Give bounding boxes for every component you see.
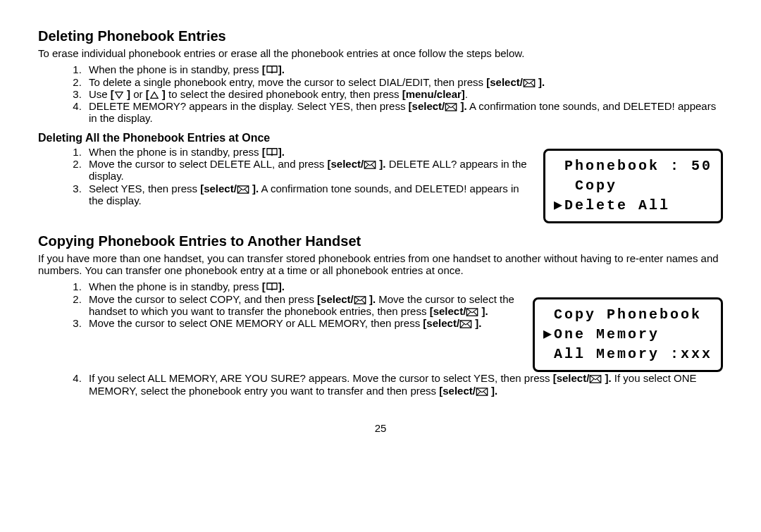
list-item: When the phone is in standby, press []. (85, 280, 524, 292)
envelope-icon (237, 185, 249, 194)
list-item: Move the cursor to select COPY, and then… (85, 293, 524, 318)
list-item: Select YES, then press [select/ ]. A con… (85, 183, 535, 207)
lcd-copy: Copy Phonebook ▶One Memory All Memory :x… (533, 297, 723, 372)
up-icon (149, 91, 159, 99)
book-icon (266, 65, 278, 75)
page-number: 25 (38, 422, 723, 434)
list-item: Use [ ] or [ ] to select the desired pho… (85, 88, 723, 100)
list-item: Move the cursor to select DELETE ALL, an… (85, 158, 535, 183)
heading-copying: Copying Phonebook Entries to Another Han… (38, 233, 723, 249)
list-item: DELETE MEMORY? appears in the display. S… (85, 100, 723, 125)
intro-deleting: To erase individual phonebook entries or… (38, 47, 723, 59)
envelope-icon (354, 296, 366, 304)
envelope-icon (466, 308, 478, 316)
envelope-icon (364, 161, 376, 169)
intro-copying: If you have more than one handset, you c… (38, 252, 723, 277)
steps-copying: When the phone is in standby, press []. … (56, 280, 524, 329)
steps-deleting-all: When the phone is in standby, press []. … (56, 146, 535, 206)
list-item: To delete a single phonebook entry, move… (85, 76, 723, 88)
envelope-icon (445, 103, 457, 111)
book-icon (266, 282, 278, 292)
book-icon (266, 147, 278, 157)
heading-deleting: Deleting Phonebook Entries (38, 28, 723, 44)
list-item: Move the cursor to select ONE MEMORY or … (85, 317, 524, 329)
envelope-icon (459, 320, 472, 328)
subheading-deleting-all: Deleting All the Phonebook Entries at On… (38, 132, 723, 144)
steps-deleting: When the phone is in standby, press []. … (56, 63, 723, 124)
list-item: If you select ALL MEMORY, ARE YOU SURE? … (85, 372, 723, 397)
steps-copying-cont: If you select ALL MEMORY, ARE YOU SURE? … (56, 372, 723, 397)
envelope-icon (589, 375, 602, 383)
list-item: When the phone is in standby, press []. (85, 63, 723, 75)
down-icon (114, 91, 124, 99)
envelope-icon (476, 388, 488, 396)
list-item: When the phone is in standby, press []. (85, 146, 535, 158)
lcd-phonebook: Phonebook : 50 Copy ▶Delete All (543, 149, 723, 223)
envelope-icon (523, 79, 536, 87)
